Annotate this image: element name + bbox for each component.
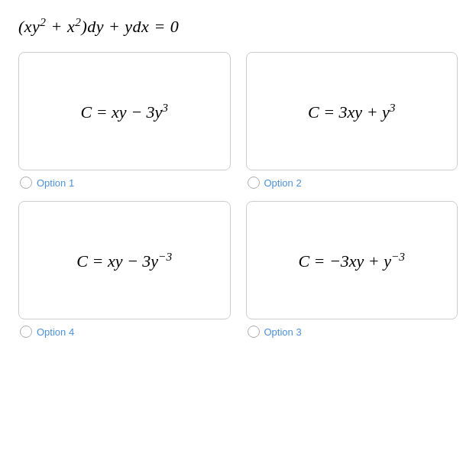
option-cell-2: C = 3xy + y3 Option 2 bbox=[246, 52, 458, 189]
option-box-4[interactable]: C = xy − 3y−3 bbox=[18, 201, 231, 319]
option-cell-4: C = xy − 3y−3 Option 4 bbox=[18, 201, 231, 338]
option-cell-3: C = −3xy + y−3 Option 3 bbox=[246, 201, 458, 338]
option-box-2[interactable]: C = 3xy + y3 bbox=[246, 52, 458, 170]
option-box-3[interactable]: C = −3xy + y−3 bbox=[246, 201, 458, 319]
option-box-1[interactable]: C = xy − 3y3 bbox=[18, 52, 231, 170]
option-label-row-1[interactable]: Option 1 bbox=[18, 177, 74, 189]
options-grid: C = xy − 3y3 Option 1 C = 3xy + y3 Optio… bbox=[18, 52, 458, 338]
radio-4[interactable] bbox=[20, 326, 32, 338]
radio-2[interactable] bbox=[248, 177, 260, 189]
option-2-math: C = 3xy + y3 bbox=[308, 101, 395, 122]
radio-1[interactable] bbox=[20, 177, 32, 189]
option-label-row-2[interactable]: Option 2 bbox=[246, 177, 302, 189]
option-4-label: Option 4 bbox=[37, 326, 74, 338]
option-1-math: C = xy − 3y3 bbox=[81, 101, 168, 122]
option-3-math: C = −3xy + y−3 bbox=[298, 250, 405, 271]
option-3-label: Option 3 bbox=[264, 326, 302, 338]
option-cell-1: C = xy − 3y3 Option 1 bbox=[18, 52, 231, 189]
radio-3[interactable] bbox=[248, 326, 260, 338]
equation-header: (xy2 + x2)dy + ydx = 0 bbox=[18, 15, 458, 37]
option-label-row-4[interactable]: Option 4 bbox=[18, 326, 74, 338]
option-label-row-3[interactable]: Option 3 bbox=[246, 326, 302, 338]
option-1-label: Option 1 bbox=[37, 177, 74, 189]
option-4-math: C = xy − 3y−3 bbox=[76, 250, 172, 271]
option-2-label: Option 2 bbox=[264, 177, 302, 189]
